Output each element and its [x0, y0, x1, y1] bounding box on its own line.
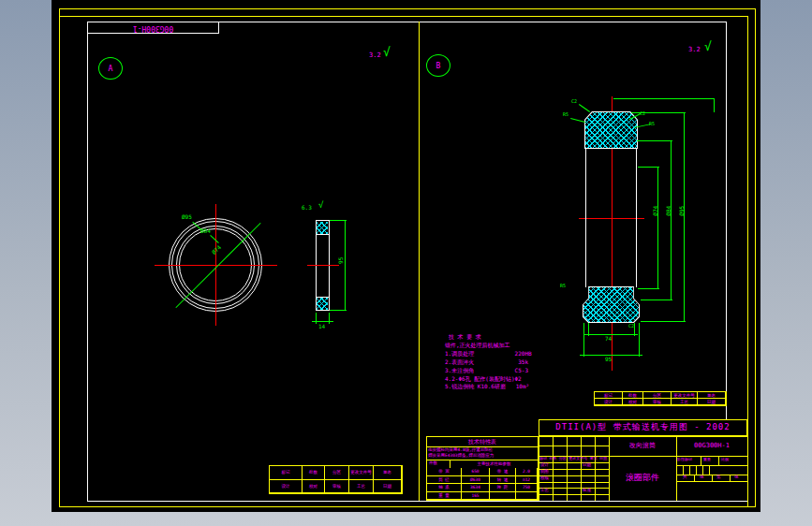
dim-ext — [638, 167, 659, 168]
view-a-bubble: A — [98, 57, 123, 80]
dim-ext — [637, 140, 672, 141]
table-cell: 设计 — [270, 480, 303, 494]
part-name: 滚圈部件 — [609, 456, 676, 501]
dim-line — [312, 321, 333, 322]
table-cell: 轴 承 — [427, 484, 462, 492]
dim-ext — [639, 323, 640, 357]
doc-number-box: 00G300H-1 — [87, 22, 219, 34]
dim-ext — [583, 323, 584, 357]
section-line — [317, 297, 329, 298]
sheet-label: 共 — [683, 475, 687, 480]
dim-ext — [316, 313, 317, 324]
border-line — [59, 16, 747, 17]
grid-line — [539, 488, 609, 489]
grid-line — [689, 465, 690, 475]
table-cell: 165 — [462, 492, 490, 501]
dim-line — [714, 98, 715, 112]
table-cell: n12 — [516, 476, 538, 485]
table-cell: 校对 — [623, 399, 643, 405]
centerline — [307, 265, 339, 266]
grid-line — [718, 456, 719, 465]
grid-line — [683, 465, 684, 475]
table-cell: 分区 — [643, 392, 672, 399]
table-cell: 审核 — [325, 480, 349, 494]
grid-line — [730, 475, 731, 481]
finish-value-b: 3.2 — [688, 47, 701, 54]
dim-label: 6.3 — [302, 205, 312, 212]
table-cell: 日期 — [698, 399, 726, 405]
sig-label: 校核 — [540, 476, 549, 481]
revision-table: 标记处数分区更改文件号签名设计校对审核工艺日期 — [269, 465, 403, 494]
spec-header: 技术特性表 — [426, 437, 539, 446]
dim-ext — [638, 288, 659, 289]
table-cell: 带 速 — [490, 468, 516, 476]
section-line — [317, 234, 329, 235]
note-line: 2.表面淬火 35k — [445, 359, 528, 366]
dim-label: 95 — [605, 357, 612, 363]
grid-line — [676, 465, 747, 466]
dim-line — [657, 167, 658, 288]
border-line — [747, 16, 748, 507]
dim-ext — [641, 321, 686, 322]
view-a-label: A — [109, 65, 113, 73]
sig-label: 制图 — [540, 470, 549, 475]
drawing-title: DTII(A)型 带式输送机专用图 - 2002 — [555, 423, 730, 432]
border-line — [59, 8, 755, 9]
sig-label: 工艺 — [540, 489, 549, 493]
dim-line — [684, 112, 685, 321]
border-line — [59, 506, 756, 507]
product-name: 改向滚筒 — [609, 436, 676, 456]
dim-line — [671, 140, 672, 300]
spec-corner: 件数 — [429, 461, 437, 466]
table-cell: 工艺 — [349, 480, 374, 494]
table-cell: 审核 — [643, 399, 672, 405]
table-cell: 分区 — [325, 466, 349, 480]
drawing-number: 00G300H-1 — [676, 436, 747, 456]
table-cell: 重 量 — [427, 492, 462, 501]
doc-number-flipped: 00G300H-1 — [88, 22, 218, 33]
dim-line — [345, 220, 346, 311]
dim-label: Ø95 — [182, 214, 192, 221]
note-line: 4.2-Φ6孔 配作(装配时钻)Φ2 — [445, 376, 522, 383]
view-b-bubble: B — [426, 54, 450, 77]
grid-line — [539, 475, 609, 476]
sheet-label: 张 — [734, 475, 739, 480]
table-cell: 签名 — [698, 392, 726, 399]
table-cell: 650 — [462, 468, 490, 476]
grid-line — [676, 481, 747, 482]
dim-label: 95 — [338, 257, 345, 264]
dim-ext — [330, 220, 347, 221]
grid-line — [539, 469, 609, 470]
table-cell: 筒 径 — [427, 476, 462, 485]
grid-line — [696, 465, 697, 475]
table-cell: 跨 距 — [490, 484, 516, 492]
hatch-band — [317, 298, 328, 310]
cad-viewport[interactable]: 00G300H-1 A 3.2 √ Ø74 Ø95 Ø84 95 14 6.3 … — [0, 0, 812, 526]
surface-finish-icon: √ — [318, 201, 323, 211]
note-line: 锻件,正火处理后机械加工 — [445, 343, 510, 349]
table-cell: 标记 — [595, 392, 623, 399]
dim-ext — [330, 310, 347, 311]
frame-line — [87, 501, 747, 502]
surface-finish-icon: √ — [704, 40, 712, 53]
sig-label: 批准 — [583, 489, 591, 493]
table-cell: 处数 — [623, 392, 643, 399]
dim-label: Ø95 — [679, 206, 686, 216]
grid-line — [539, 446, 609, 446]
dim-label: Ø74 — [653, 206, 659, 216]
dim-label: R5 — [563, 112, 568, 118]
dim-label: Ø84 — [666, 206, 672, 216]
sig-label: 设计 — [540, 463, 549, 468]
border-line — [755, 8, 756, 507]
table-cell: 2.0 — [516, 468, 538, 476]
frame-line — [726, 22, 727, 419]
grid-line — [701, 456, 701, 465]
table-cell: Ø630 — [462, 476, 490, 485]
table-cell: 处数 — [303, 466, 325, 480]
table-cell: 校对 — [303, 480, 325, 494]
grid-line — [709, 465, 710, 475]
table-cell — [490, 492, 516, 501]
dim-label: C2 — [571, 99, 577, 105]
dim-label: R5 — [560, 284, 566, 289]
table-cell: 带 宽 — [427, 468, 462, 476]
